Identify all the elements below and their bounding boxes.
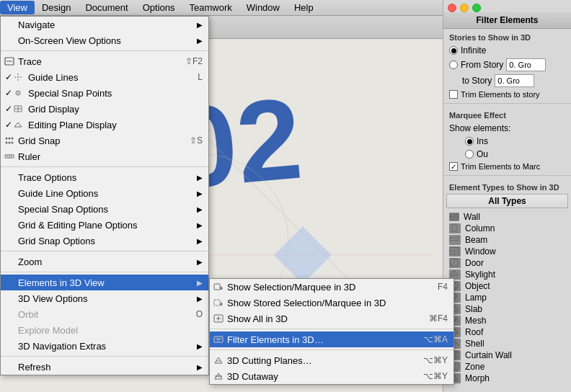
element-types-header: Element Types to Show in 3D	[443, 179, 571, 194]
all-types-header[interactable]: All Types	[446, 194, 568, 208]
menu-gridoptions[interactable]: Grid & Editing Plane Options ▶	[1, 217, 208, 233]
menu-trace[interactable]: Trace ⇧F2	[1, 53, 208, 69]
minimize-window-button[interactable]	[460, 4, 469, 12]
trim-story-row: Trim Elements to story	[443, 89, 571, 100]
menu-refresh[interactable]: Refresh ▶	[1, 359, 208, 375]
element-morph[interactable]: Morph	[443, 373, 571, 384]
element-curtainwall[interactable]: Curtain Wall	[443, 349, 571, 361]
element-slab[interactable]: Slab	[443, 303, 571, 315]
gridsnap-shortcut: ⇧S	[190, 135, 203, 146]
svg-point-16	[9, 142, 11, 144]
element-object[interactable]: Object	[443, 280, 571, 292]
menu-snappoints[interactable]: ✓ Special Snap Points	[1, 85, 208, 101]
separator-2	[1, 166, 208, 167]
to-story-input[interactable]	[495, 74, 534, 87]
element-list: Wall Column Beam Window Door	[443, 211, 571, 384]
showall-label: Show All in 3D	[227, 313, 288, 324]
filter-panel: Filter Elements Stories to Show in 3D In…	[443, 0, 571, 392]
filter-panel-title: Filter Elements	[443, 12, 571, 29]
roof-label: Roof	[465, 327, 483, 337]
svg-point-10	[17, 92, 19, 94]
element-wall[interactable]: Wall	[443, 211, 571, 223]
menu-onscreen-label: On-Screen View Options	[18, 35, 121, 46]
menu-options[interactable]: Options	[136, 1, 182, 14]
element-window[interactable]: Window	[443, 246, 571, 257]
menu-griddisplay[interactable]: ✓ Grid Display	[1, 101, 208, 117]
object-label: Object	[465, 281, 490, 291]
3dviewoptions-label: 3D View Options	[18, 293, 88, 304]
guidelineoptions-label: Guide Line Options	[18, 188, 98, 199]
refresh-label: Refresh	[18, 362, 51, 373]
trim-story-label: Trim Elements to story	[461, 90, 540, 99]
element-door[interactable]: Door	[443, 257, 571, 269]
menu-guidelines[interactable]: ✓ Guide Lines L	[1, 69, 208, 85]
element-column[interactable]: Column	[443, 223, 571, 234]
element-roof[interactable]: Roof	[443, 326, 571, 338]
guidelineoptions-arrow-icon: ▶	[197, 190, 203, 197]
element-beam[interactable]: Beam	[443, 234, 571, 246]
menu-ruler[interactable]: Ruler	[1, 148, 208, 164]
menu-orbit: Orbit O	[1, 306, 208, 322]
submenu-showselection[interactable]: Show Selection/Marquee in 3D F4	[210, 279, 453, 295]
editplane-check-icon: ✓	[5, 120, 12, 130]
trace-icon	[4, 55, 15, 67]
from-story-input[interactable]	[506, 58, 546, 71]
menu-gridsnap[interactable]: Grid Snap ⇧S	[1, 133, 208, 148]
filter-sep1	[443, 103, 571, 104]
submenu-cutaway[interactable]: 3D Cutaway ⌥⌘Y	[210, 368, 453, 384]
griddisplay-label: Grid Display	[18, 104, 79, 115]
door-label: Door	[465, 258, 484, 268]
outside-radio[interactable]	[465, 150, 474, 159]
guidelines-icon	[12, 71, 24, 83]
gridoptions-label: Grid & Editing Plane Options	[18, 220, 137, 231]
submenu-cuttingplanes[interactable]: 3D Cutting Planes… ⌥⌘Y	[210, 352, 453, 368]
menu-zoom[interactable]: Zoom ▶	[1, 254, 208, 270]
gridsnapoptions-arrow-icon: ▶	[197, 237, 203, 245]
element-mesh[interactable]: Mesh	[443, 315, 571, 326]
menu-window[interactable]: Window	[239, 1, 287, 14]
fromstory-radio[interactable]	[449, 61, 458, 69]
column-label: Column	[465, 223, 495, 233]
trim-story-checkbox[interactable]	[449, 90, 458, 99]
menu-design[interactable]: Design	[35, 1, 78, 14]
element-zone[interactable]: Zone	[443, 361, 571, 373]
maximize-window-button[interactable]	[472, 4, 481, 12]
snapoptions-arrow-icon: ▶	[197, 205, 203, 213]
submenu-filter[interactable]: Filter Elements in 3D… ⌥⌘A	[210, 331, 453, 347]
menu-teamwork[interactable]: Teamwork	[182, 1, 239, 14]
beam-icon	[449, 235, 461, 245]
cuttingplanes-icon	[213, 355, 224, 366]
menu-onscreen[interactable]: On-Screen View Options ▶	[1, 32, 208, 48]
submenu-showstored[interactable]: Show Stored Selection/Marquee in 3D	[210, 295, 453, 311]
menu-3dviewoptions[interactable]: 3D View Options ▶	[1, 290, 208, 306]
menu-3dnavextras[interactable]: 3D Navigation Extras ▶	[1, 338, 208, 354]
menu-view[interactable]: View	[0, 1, 35, 14]
menu-document[interactable]: Document	[78, 1, 135, 14]
showstored-icon	[213, 297, 224, 308]
menu-navigate[interactable]: Navigate ▶	[1, 17, 208, 32]
3dviewoptions-arrow-icon: ▶	[197, 295, 203, 303]
svg-rect-24	[214, 300, 220, 306]
snappoints-label: Special Snap Points	[18, 88, 112, 99]
menu-editplane[interactable]: ✓ Editing Plane Display	[1, 117, 208, 133]
element-lamp[interactable]: Lamp	[443, 292, 571, 303]
gridsnapoptions-label: Grid Snap Options	[18, 236, 95, 246]
inside-radio[interactable]	[465, 137, 474, 146]
menu-snapoptions[interactable]: Special Snap Options ▶	[1, 201, 208, 217]
view-dropdown: Navigate ▶ On-Screen View Options ▶ Trac…	[0, 16, 209, 375]
traceoptions-arrow-icon: ▶	[197, 174, 203, 182]
submenu-showall[interactable]: Show All in 3D ⌘F4	[210, 311, 453, 326]
svg-point-12	[6, 138, 8, 140]
element-shell[interactable]: Shell	[443, 338, 571, 349]
close-window-button[interactable]	[448, 4, 456, 12]
menu-elements3d[interactable]: Elements in 3D View ▶	[1, 275, 208, 290]
element-skylight[interactable]: Skylight	[443, 269, 571, 280]
trace-label: Trace	[18, 56, 42, 67]
menu-guidelineoptions[interactable]: Guide Line Options ▶	[1, 185, 208, 201]
menu-gridsnapoptions[interactable]: Grid Snap Options ▶	[1, 233, 208, 249]
menu-help[interactable]: Help	[287, 1, 321, 14]
show-elements-label: Show elements:	[449, 123, 510, 133]
menu-traceoptions[interactable]: Trace Options ▶	[1, 169, 208, 185]
trim-marquee-checkbox[interactable]: ✓	[449, 162, 458, 171]
infinite-radio[interactable]	[449, 46, 458, 55]
